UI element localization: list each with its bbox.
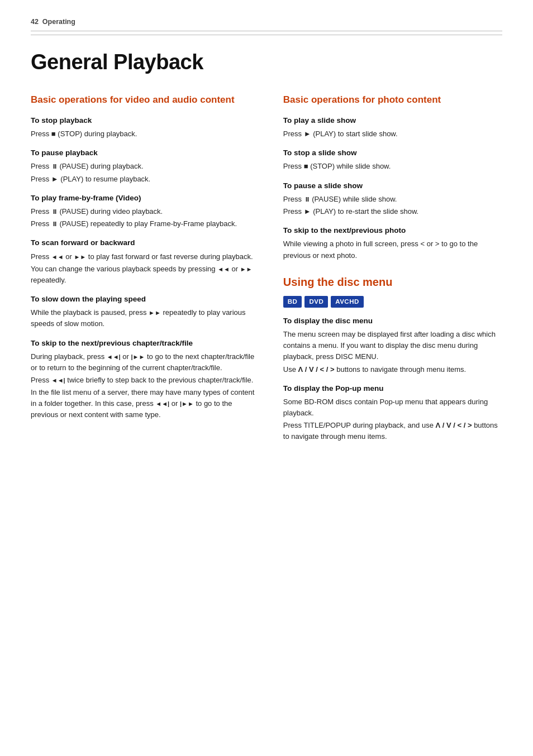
slide-play-block: To play a slide show Press (PLAY) to sta… — [283, 115, 502, 140]
skip-photo-subtitle: To skip to the next/previous photo — [283, 225, 502, 236]
rewind-icon — [51, 252, 64, 261]
forward-icon-2 — [240, 265, 253, 273]
page-number: 42 — [31, 18, 39, 26]
skip-subtitle: To skip to the next/previous chapter/tra… — [31, 338, 261, 349]
pause-playback-block: To pause playback Press (PAUSE) during p… — [31, 147, 261, 185]
two-column-layout: Basic operations for video and audio con… — [31, 94, 502, 448]
display-disc-menu-line2: Use Λ / V / < / > buttons to navigate th… — [283, 364, 502, 375]
popup-menu-subtitle: To display the Pop-up menu — [283, 383, 502, 394]
stop-playback-text: Press (STOP) during playback. — [31, 128, 261, 140]
popup-menu-line2: Press TITLE/POPUP during playback, and u… — [283, 420, 502, 442]
pause-playback-subtitle: To pause playback — [31, 147, 261, 159]
popup-menu-block: To display the Pop-up menu Some BD-ROM d… — [283, 383, 502, 443]
popup-menu-line1: Some BD-ROM discs contain Pop-up menu th… — [283, 396, 502, 419]
prev-icon-3 — [155, 399, 169, 408]
rewind-icon-2 — [217, 265, 230, 273]
disc-menu-section: Using the disc menu BD DVD AVCHD To disp… — [283, 274, 502, 443]
scan-line1: Press or to play fast forward or fast re… — [31, 251, 261, 262]
disc-badges: BD DVD AVCHD — [283, 296, 502, 308]
scan-line2: You can change the various playback spee… — [31, 264, 261, 286]
slide-stop-subtitle: To stop a slide show — [283, 147, 502, 159]
display-disc-menu-subtitle: To display the disc menu — [283, 315, 502, 327]
frame-by-frame-block: To play frame-by-frame (Video) Press (PA… — [31, 193, 261, 230]
stop-playback-block: To stop playback Press (STOP) during pla… — [31, 115, 261, 140]
play-icon-3 — [304, 207, 311, 216]
display-disc-menu-block: To display the disc menu The menu screen… — [283, 315, 502, 375]
stop-playback-subtitle: To stop playback — [31, 115, 261, 126]
pause-icon-1 — [51, 162, 58, 170]
page: 42 Operating General Playback Basic oper… — [0, 0, 533, 756]
next-icon-2 — [180, 399, 194, 408]
section-label: Operating — [42, 18, 75, 26]
prev-icon-2 — [51, 376, 65, 384]
slide-stop-text: Press (STOP) while slide show. — [283, 161, 502, 172]
slow-line1: While the playback is paused, press repe… — [31, 307, 261, 329]
slow-block: To slow down the playing speed While the… — [31, 294, 261, 330]
right-column: Basic operations for photo content To pl… — [283, 94, 502, 448]
stop-icon-2 — [304, 162, 308, 170]
play-icon-1 — [51, 175, 59, 183]
slide-pause-line1: Press (PAUSE) while slide show. — [283, 194, 502, 205]
section-video-audio-title: Basic operations for video and audio con… — [31, 94, 261, 106]
left-column: Basic operations for video and audio con… — [31, 94, 261, 448]
slow-subtitle: To slow down the playing speed — [31, 294, 261, 305]
pause-icon-4 — [304, 195, 310, 203]
slide-play-subtitle: To play a slide show — [283, 115, 502, 126]
prev-icon — [107, 352, 121, 361]
slide-play-text: Press (PLAY) to start slide show. — [283, 128, 502, 140]
skip-photo-block: To skip to the next/previous photo While… — [283, 225, 502, 261]
slide-pause-block: To pause a slide show Press (PAUSE) whil… — [283, 180, 502, 218]
scan-subtitle: To scan forward or backward — [31, 237, 261, 248]
skip-block: To skip to the next/previous chapter/tra… — [31, 338, 261, 421]
badge-avchd: AVCHD — [331, 296, 364, 308]
pause-playback-line2: Press (PLAY) to resume playback. — [31, 174, 261, 185]
pause-icon-2 — [51, 207, 58, 216]
badge-bd: BD — [283, 296, 302, 308]
slide-stop-block: To stop a slide show Press (STOP) while … — [283, 147, 502, 172]
skip-line2: Press twice briefly to step back to the … — [31, 375, 261, 386]
slide-pause-subtitle: To pause a slide show — [283, 180, 502, 192]
disc-menu-title: Using the disc menu — [283, 274, 393, 290]
stop-icon — [51, 130, 56, 138]
page-title: General Playback — [31, 46, 502, 78]
section-photo-title: Basic operations for photo content — [283, 94, 502, 106]
nav-symbols: Λ / V / < / > — [298, 365, 335, 374]
nav-symbols-2: Λ / V / < / > — [435, 421, 472, 429]
play-icon-2 — [304, 130, 311, 138]
next-icon — [131, 352, 145, 361]
frame-by-frame-line1: Press (PAUSE) during video playback. — [31, 206, 261, 217]
skip-line3: In the file list menu of a server, there… — [31, 387, 261, 420]
slide-pause-line2: Press (PLAY) to re-start the slide show. — [283, 206, 502, 217]
pause-playback-line1: Press (PAUSE) during playback. — [31, 161, 261, 172]
disc-menu-header: Using the disc menu — [283, 274, 502, 290]
header-divider — [31, 35, 502, 35]
scan-block: To scan forward or backward Press or to … — [31, 237, 261, 286]
forward-icon-3 — [149, 308, 161, 317]
display-disc-menu-line1: The menu screen may be displayed first a… — [283, 329, 502, 362]
pause-icon-3 — [51, 219, 58, 228]
badge-dvd: DVD — [304, 296, 328, 308]
frame-by-frame-line2: Press (PAUSE) repeatedly to play Frame-b… — [31, 218, 261, 229]
skip-photo-text: While viewing a photo in full screen, pr… — [283, 238, 502, 261]
frame-by-frame-subtitle: To play frame-by-frame (Video) — [31, 193, 261, 204]
forward-icon — [74, 252, 86, 261]
page-header: 42 Operating — [31, 17, 502, 31]
skip-line1: During playback, press or to go to the n… — [31, 351, 261, 374]
